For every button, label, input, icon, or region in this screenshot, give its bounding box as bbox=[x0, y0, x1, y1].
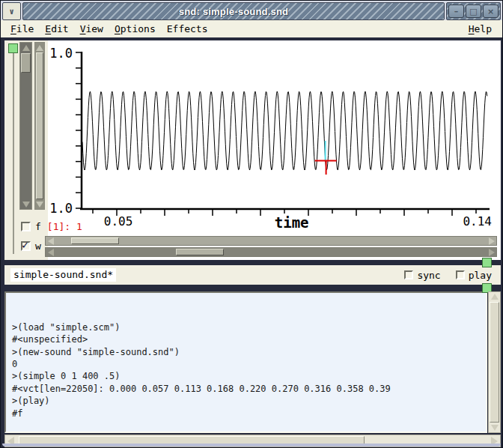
window-bottom-frame bbox=[2, 444, 501, 447]
y-position-scrollbar[interactable] bbox=[34, 42, 45, 210]
scroll-down-icon[interactable] bbox=[20, 199, 31, 209]
x-zoom-scrollbar[interactable] bbox=[45, 236, 497, 246]
menu-item-options[interactable]: Options bbox=[115, 23, 156, 34]
listener-line: #<unspecified> bbox=[12, 333, 486, 345]
name-row-controls: sync play bbox=[394, 270, 501, 281]
pane-sash-track bbox=[13, 53, 14, 254]
pane-divider bbox=[4, 260, 501, 265]
listener-line: #f bbox=[12, 408, 486, 420]
title-bar: ∨ snd: simple-sound.snd – □ × bbox=[1, 1, 502, 20]
listener-line: >(play) bbox=[12, 395, 486, 407]
scroll-left-icon[interactable] bbox=[46, 237, 55, 245]
listener-line: >(load "simple.scm") bbox=[12, 321, 486, 333]
minimize-icon: – bbox=[454, 7, 459, 16]
sync-checkbox[interactable] bbox=[404, 270, 413, 279]
svg-text:1.0: 1.0 bbox=[49, 46, 73, 61]
minimize-button[interactable]: – bbox=[448, 4, 464, 18]
sound-name-row: simple-sound.snd* sync play bbox=[4, 265, 501, 285]
menu-items: FileEditViewOptionsEffects bbox=[1, 23, 469, 34]
sync-label: sync bbox=[417, 270, 440, 281]
window-title: snd: simple-sound.snd bbox=[179, 6, 288, 17]
window-menu-button[interactable]: ∨ bbox=[2, 2, 21, 20]
menu-item-file[interactable]: File bbox=[10, 23, 34, 34]
svg-text:time: time bbox=[275, 214, 309, 231]
listener-lines: >(load "simple.scm")#<unspecified>>(new-… bbox=[12, 321, 486, 420]
maximize-button[interactable]: □ bbox=[466, 4, 481, 18]
x-zoom-thumb[interactable] bbox=[71, 237, 119, 244]
pane-sash-handle[interactable] bbox=[8, 43, 18, 53]
chevron-down-icon: ∨ bbox=[9, 7, 14, 16]
listener-line: >(new-sound "simple-sound.snd") bbox=[12, 346, 486, 358]
menu-item-edit[interactable]: Edit bbox=[45, 23, 68, 34]
listener-line: 0 bbox=[12, 358, 486, 370]
title-stripe[interactable]: snd: simple-sound.snd bbox=[22, 2, 445, 20]
content-area: 1.0-1.00.050.14time f [1]: 1 w bbox=[1, 37, 502, 447]
listener-vertical-scrollbar[interactable] bbox=[488, 291, 501, 433]
play-checkbox[interactable] bbox=[456, 270, 465, 279]
menu-item-view[interactable]: View bbox=[80, 23, 103, 34]
svg-text:-1.0: -1.0 bbox=[48, 201, 73, 216]
filter-checkbox-label: f bbox=[35, 221, 41, 232]
y-zoom-thumb[interactable] bbox=[21, 53, 31, 73]
waveform-checkbox[interactable] bbox=[21, 241, 31, 251]
edit-history-label: [1]: 1 bbox=[47, 221, 82, 232]
menu-item-help[interactable]: Help bbox=[469, 23, 502, 34]
maximize-icon: □ bbox=[469, 7, 477, 16]
pane-sash-handle[interactable] bbox=[482, 258, 492, 267]
close-icon: × bbox=[487, 7, 494, 16]
menu-bar: FileEditViewOptionsEffects Help bbox=[1, 20, 502, 37]
y-zoom-scrollbar[interactable] bbox=[19, 42, 32, 210]
listener-line: #<vct[len=22050]: 0.000 0.057 0.113 0.16… bbox=[12, 383, 486, 395]
scroll-left-icon[interactable] bbox=[46, 248, 55, 256]
w-control-row: w bbox=[21, 240, 41, 252]
scroll-up-icon[interactable] bbox=[489, 292, 500, 301]
scroll-up-icon[interactable] bbox=[35, 43, 44, 52]
listener-text-area[interactable]: >(load "simple.scm")#<unspecified>>(new-… bbox=[4, 291, 487, 433]
sound-filename: simple-sound.snd* bbox=[10, 268, 116, 282]
menu-item-effects[interactable]: Effects bbox=[167, 23, 208, 34]
x-position-thumb[interactable] bbox=[176, 249, 224, 255]
y-position-thumb[interactable] bbox=[36, 52, 43, 199]
scroll-down-icon[interactable] bbox=[35, 199, 44, 209]
play-label: play bbox=[469, 270, 492, 281]
sound-pane: 1.0-1.00.050.14time f [1]: 1 w bbox=[4, 40, 501, 260]
listener-scroll-thumb[interactable] bbox=[490, 302, 499, 423]
pane-divider bbox=[4, 285, 501, 291]
waveform-checkbox-label: w bbox=[35, 240, 41, 252]
filter-checkbox[interactable] bbox=[21, 222, 31, 231]
scroll-right-icon[interactable] bbox=[487, 248, 496, 256]
window-buttons: – □ × bbox=[446, 2, 501, 20]
svg-text:0.05: 0.05 bbox=[104, 214, 133, 228]
scroll-up-icon[interactable] bbox=[20, 43, 31, 52]
svg-text:0.14: 0.14 bbox=[463, 214, 492, 228]
listener-row: >(load "simple.scm")#<unspecified>>(new-… bbox=[4, 291, 501, 433]
scroll-down-icon[interactable] bbox=[489, 423, 500, 432]
listener-line: >(simple 0 1 400 .5) bbox=[12, 370, 486, 382]
snd-window: ∨ snd: simple-sound.snd – □ × FileEditVi… bbox=[0, 0, 503, 448]
f-control-row: f [1]: 1 bbox=[21, 221, 82, 232]
close-button[interactable]: × bbox=[483, 4, 499, 18]
scroll-right-icon[interactable] bbox=[487, 237, 496, 245]
x-position-scrollbar[interactable] bbox=[45, 247, 497, 257]
waveform-plot[interactable]: 1.0-1.00.050.14time bbox=[48, 43, 497, 236]
